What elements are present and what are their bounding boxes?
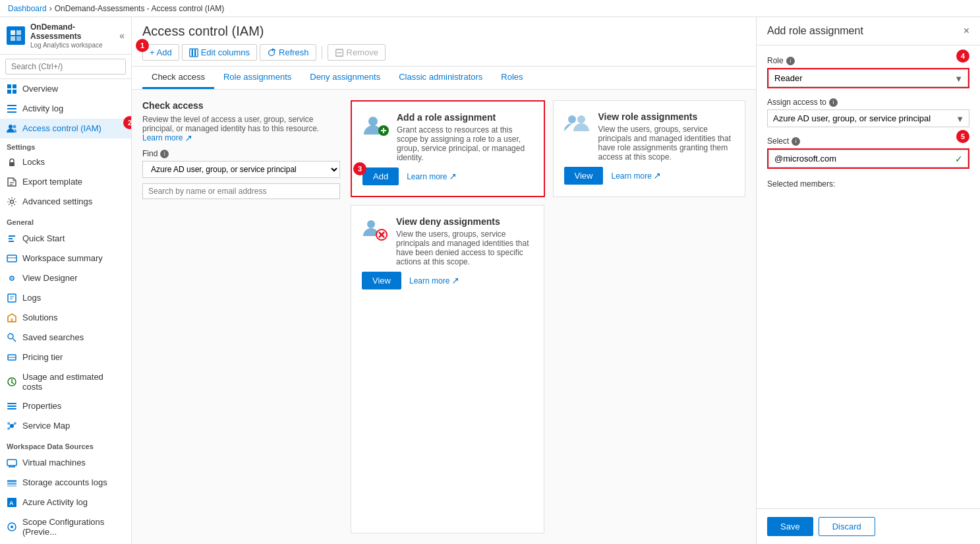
tab-classic-admin[interactable]: Classic administrators — [389, 67, 492, 89]
quick-icon — [7, 233, 17, 244]
tabs-bar: Check access Role assignments Deny assig… — [132, 67, 756, 90]
sidebar-item-advanced[interactable]: Advanced settings — [0, 192, 131, 212]
pricing-icon — [7, 352, 17, 363]
select-input[interactable] — [768, 150, 968, 167]
view-deny-btn[interactable]: View — [362, 272, 401, 289]
sidebar-label-locks: Locks — [22, 157, 45, 167]
sidebar-item-azureresources[interactable]: Azure Resources — [0, 541, 131, 544]
sidebar-subtitle: Log Analytics workspace — [30, 42, 114, 49]
sidebar-item-savedsearches[interactable]: Saved searches — [0, 328, 131, 348]
role-select[interactable]: Reader Contributor Owner — [768, 69, 968, 87]
svg-rect-1 — [16, 30, 21, 35]
add-role-btn[interactable]: Add — [362, 167, 399, 185]
tab-roles[interactable]: Roles — [492, 67, 532, 89]
svg-point-64 — [568, 115, 576, 123]
svg-line-26 — [13, 338, 16, 342]
sidebar-item-logs[interactable]: Logs — [0, 288, 131, 308]
svg-rect-32 — [7, 408, 16, 409]
sidebar-item-locks[interactable]: Locks — [0, 152, 131, 172]
refresh-button[interactable]: Refresh — [260, 44, 316, 61]
svg-text:A: A — [9, 500, 14, 506]
view-role-card: View role assignments View the users, gr… — [553, 100, 746, 197]
find-info-icon: i — [160, 150, 169, 158]
add-role-learn-more[interactable]: Learn more — [407, 172, 456, 181]
sidebar-header: OnDemand-Assessments Log Analytics works… — [0, 17, 131, 55]
deny-actions: View Learn more — [362, 272, 533, 289]
right-panel-body: 4 Role i Reader Contributor Owner ▼ — [757, 45, 980, 508]
svg-rect-31 — [7, 406, 16, 407]
sidebar-item-scope[interactable]: Scope Configurations (Previe... — [0, 512, 131, 541]
assign-select[interactable]: Azure AD user, group, or service princip… — [767, 109, 969, 127]
page-header: Access control (IAM) 1 + Add Edit column… — [132, 17, 756, 67]
add-role-icon — [362, 112, 389, 138]
svg-point-16 — [11, 200, 14, 203]
sidebar-label-viewdesigner: View Designer — [22, 273, 78, 283]
sidebar-item-activity-log[interactable]: Activity log — [0, 99, 131, 119]
find-select[interactable]: Azure AD user, group, or service princip… — [142, 161, 340, 178]
deny-title: View deny assignments — [396, 216, 533, 227]
edit-columns-button[interactable]: Edit columns — [182, 44, 257, 61]
sidebar-item-servicemap[interactable]: Service Map — [0, 416, 131, 436]
sidebar-item-export[interactable]: Export template — [0, 172, 131, 192]
sidebar-item-usage[interactable]: Usage and estimated costs — [0, 367, 131, 396]
solutions-icon — [7, 313, 17, 323]
remove-button[interactable]: Remove — [328, 44, 386, 61]
sidebar-item-viewdesigner[interactable]: View Designer — [0, 268, 131, 288]
sidebar-item-azureactivity[interactable]: A Azure Activity log — [0, 493, 131, 512]
view-role-icon — [564, 111, 591, 138]
sidebar-label-servicemap: Service Map — [22, 421, 70, 431]
sidebar-item-pricingtier[interactable]: Pricing tier — [0, 348, 131, 367]
sidebar-item-quickstart[interactable]: Quick Start — [0, 229, 131, 249]
sidebar-item-workspace[interactable]: Workspace summary — [0, 249, 131, 268]
tab-role-assignments[interactable]: Role assignments — [214, 67, 301, 89]
servicemap-icon — [7, 421, 17, 431]
check-access-learn-more[interactable]: Learn more — [142, 133, 192, 142]
svg-point-11 — [9, 125, 13, 129]
svg-rect-2 — [11, 36, 15, 41]
gear-icon — [7, 196, 17, 207]
sidebar-logo — [7, 26, 25, 45]
right-panel-footer: Save Discard — [757, 508, 980, 544]
svg-point-50 — [11, 526, 13, 528]
breadcrumb-dashboard[interactable]: Dashboard — [8, 4, 47, 13]
close-panel-btn[interactable]: × — [964, 25, 969, 37]
sidebar-item-properties[interactable]: Properties — [0, 396, 131, 416]
sidebar-label-export: Export template — [22, 177, 82, 187]
sidebar-item-overview[interactable]: Overview — [0, 79, 131, 99]
view-deny-card: View deny assignments View the users, gr… — [351, 205, 544, 533]
save-button[interactable]: Save — [767, 517, 813, 536]
annotation-2: 2 — [123, 116, 132, 129]
view-role-btn[interactable]: View — [564, 167, 604, 185]
svg-rect-45 — [7, 483, 16, 485]
sidebar-item-storage[interactable]: Storage accounts logs — [0, 473, 131, 493]
lock-icon — [7, 157, 17, 167]
select-label: Select i — [767, 136, 969, 146]
role-label: Role i — [767, 56, 969, 65]
svg-rect-13 — [9, 162, 14, 166]
svg-point-12 — [13, 125, 16, 128]
sidebar-label-access: Access control (IAM) — [22, 123, 101, 133]
sidebar-item-vms[interactable]: Virtual machines — [0, 453, 131, 473]
vm-icon — [7, 458, 17, 468]
svg-rect-8 — [7, 105, 16, 106]
add-role-desc: Grant access to resources at this scope … — [397, 125, 533, 162]
tab-check-access[interactable]: Check access — [142, 67, 214, 89]
sidebar-search-container — [0, 55, 131, 79]
toolbar: 1 + Add Edit columns Refresh Remove — [142, 44, 745, 66]
deny-learn-more[interactable]: Learn more — [409, 276, 459, 286]
add-role-title: Add a role assignment — [397, 112, 533, 123]
edit-columns-label: Edit columns — [201, 47, 250, 57]
tab-deny-assignments[interactable]: Deny assignments — [301, 67, 389, 89]
role-select-wrapper: Reader Contributor Owner ▼ — [767, 68, 969, 88]
sidebar-collapse-btn[interactable]: « — [119, 30, 125, 41]
svg-rect-44 — [7, 480, 16, 482]
search-save-icon — [7, 332, 17, 343]
discard-button[interactable]: Discard — [819, 517, 875, 536]
sidebar-search-input[interactable] — [5, 59, 126, 75]
sidebar-item-access-control[interactable]: Access control (IAM) 2 — [0, 119, 131, 138]
role-cards: Add a role assignment Grant access to re… — [351, 100, 745, 533]
sidebar-item-solutions[interactable]: Solutions — [0, 308, 131, 328]
view-role-learn-more[interactable]: Learn more — [611, 171, 660, 181]
search-by-name-input[interactable] — [142, 183, 340, 199]
logs-icon — [7, 293, 17, 303]
